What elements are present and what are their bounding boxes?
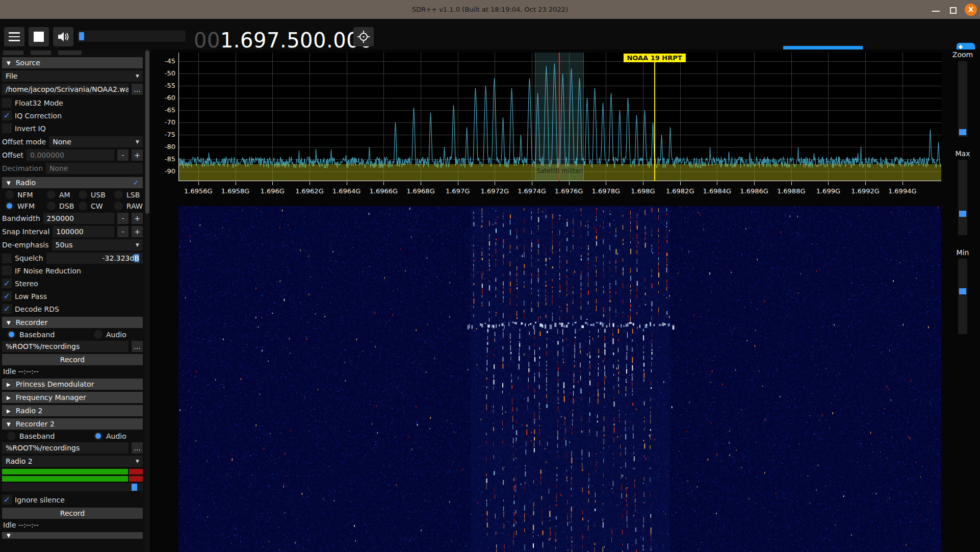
checkbox-if-noise-reduction[interactable]: ✓ IF Noise Reduction [2, 266, 143, 275]
frequency-tick-label: 1.6994G [882, 187, 923, 195]
minimize-button[interactable] [932, 11, 940, 12]
db-tick-label: -80 [153, 143, 175, 150]
slider-handle[interactable] [959, 129, 966, 135]
offset-decrement-button[interactable]: - [117, 149, 128, 161]
chevron-down-icon: ▼ [133, 139, 139, 144]
checkbox-ignore-silence[interactable]: ✓ Ignore silence [2, 495, 143, 505]
panel-header-frequency-manager[interactable]: ▶ Frequency Manager [2, 392, 143, 403]
squelch-checkbox[interactable]: ✓ [2, 254, 12, 263]
squelch-level-input[interactable]: -32.323dB [46, 253, 143, 264]
checkbox-low-pass[interactable]: ✓ Low Pass [2, 291, 143, 301]
max-slider[interactable] [958, 160, 967, 235]
frequency-tick-label: 1.6982G [660, 187, 701, 195]
panel-header-recorder-2[interactable]: ▼ Recorder 2 [2, 418, 143, 430]
frequency-tick-label: 1.697G [437, 187, 478, 195]
mute-button[interactable] [53, 27, 73, 46]
maximize-button[interactable] [950, 7, 957, 14]
menu-button[interactable] [4, 27, 24, 46]
sidebar-scrollbar[interactable] [145, 49, 150, 552]
checkbox-stereo[interactable]: ✓ Stereo [2, 279, 143, 288]
recorder-audio[interactable]: Audio [94, 330, 143, 339]
panel-header-recorder[interactable]: ▼ Recorder [2, 317, 143, 328]
sdrpp-window: SDR++ v1.1.0 (Built at 18:19:04, Oct 23 … [0, 0, 980, 552]
zoom-slider[interactable] [958, 61, 967, 137]
offset-input[interactable]: 0.000000 [27, 149, 114, 161]
close-button[interactable]: X [965, 4, 977, 16]
frequency-tick-label: 1.6984G [697, 187, 737, 195]
slider-handle[interactable] [959, 288, 966, 294]
checkbox-box[interactable]: ✓ [2, 123, 12, 133]
panel-header-princess-demodulator[interactable]: ▶ Princess Demodulator [2, 379, 143, 390]
tuned-frequency-line[interactable] [559, 53, 560, 181]
waterfall-display[interactable] [178, 206, 941, 552]
offset-increment-button[interactable]: + [132, 149, 143, 161]
checkbox-iq-correction[interactable]: ✓ IQ Correction [2, 111, 143, 120]
source-type-select[interactable]: File▼ [2, 70, 143, 82]
checkbox-invert-iq[interactable]: ✓ Invert IQ [2, 123, 143, 133]
clipped-widgets [3, 51, 142, 55]
bandwidth-input[interactable]: 250000 [43, 213, 114, 224]
recorder-browse-button[interactable]: ... [132, 341, 143, 352]
mode-lsb[interactable]: LSB [114, 190, 143, 199]
panel-header-source[interactable]: ▼ Source [2, 57, 143, 68]
mode-usb[interactable]: USB [79, 190, 114, 199]
recorder2-path-input[interactable]: %ROOT%/recordings [2, 442, 128, 454]
frequency-tick-label: 1.6962G [289, 187, 330, 195]
bandwidth-decrement-button[interactable]: - [117, 213, 128, 224]
mode-dsb[interactable]: DSB [47, 202, 79, 210]
min-slider[interactable] [958, 259, 967, 334]
panel-header-radio-2[interactable]: ▶ Radio 2 [2, 405, 143, 416]
speaker-icon [57, 31, 69, 42]
checkbox-decode-rds[interactable]: ✓ Decode RDS [2, 304, 143, 314]
volume-slider-handle[interactable] [79, 32, 84, 40]
record-button[interactable]: Record [2, 354, 143, 365]
bookmark-label[interactable]: NOAA 19 HRPT [623, 54, 685, 62]
volume-slider[interactable] [78, 31, 186, 42]
frequency-tick-label: 1.6986G [734, 187, 775, 195]
recorder2-baseband[interactable]: Baseband [7, 432, 94, 440]
checkbox-float32-mode[interactable]: ✓ Float32 Mode [2, 98, 143, 108]
module-enabled-check-icon[interactable]: ✓ [133, 178, 139, 187]
stop-button[interactable] [29, 27, 49, 46]
record2-button[interactable]: Record [2, 508, 143, 519]
bandwidth-increment-button[interactable]: + [132, 213, 143, 224]
title-bar[interactable]: SDR++ v1.1.0 (Built at 18:19:04, Oct 23 … [0, 0, 980, 19]
crosshair-icon [357, 30, 370, 43]
recorder2-stream-select[interactable]: Radio 2▼ [2, 456, 143, 467]
audio-volume-slider[interactable] [2, 483, 143, 491]
recorder-baseband[interactable]: Baseband [7, 330, 94, 339]
offset-mode-label: Offset mode [2, 138, 46, 146]
scrollbar-thumb[interactable] [145, 51, 149, 214]
mode-nfm[interactable]: NFM [5, 190, 47, 199]
snap-decrement-button[interactable]: - [117, 226, 128, 237]
mode-am[interactable]: AM [47, 190, 79, 199]
panel-title: Recorder 2 [16, 420, 55, 428]
mode-raw[interactable]: RAW [114, 202, 143, 210]
mode-cw[interactable]: CW [79, 202, 114, 210]
clipped-panel-header[interactable]: ▼ [2, 532, 143, 539]
deemphasis-select[interactable]: 50us▼ [52, 239, 143, 250]
snap-increment-button[interactable]: + [132, 226, 143, 237]
offset-mode-select[interactable]: None▼ [49, 136, 143, 147]
tuning-mode-button[interactable] [353, 27, 374, 46]
max-slider-label: Max [947, 149, 978, 158]
db-tick-label: -70 [153, 118, 175, 126]
db-tick-label: -85 [153, 155, 175, 163]
checkbox-box[interactable]: ✓ [2, 98, 12, 108]
checkbox-box[interactable]: ✓ [2, 111, 12, 120]
frequency-display[interactable]: 001.697.500.000 [194, 29, 373, 52]
bookmark-marker-line [654, 62, 655, 181]
mode-wfm[interactable]: WFM [5, 202, 47, 210]
recorder-path-input[interactable]: %ROOT%/recordings [2, 341, 128, 352]
slider-handle[interactable] [959, 211, 966, 217]
browse-file-button[interactable]: ... [132, 84, 143, 95]
panel-header-radio[interactable]: ▼ Radio ✓ [2, 177, 143, 188]
db-tick-label: -60 [153, 94, 175, 102]
snap-interval-input[interactable]: 100000 [53, 226, 114, 237]
recorder2-browse-button[interactable]: ... [132, 442, 143, 454]
toolbar: 001.697.500.000 0102030405060708090 [0, 19, 980, 49]
recorder2-audio[interactable]: Audio [94, 432, 143, 440]
file-path-input[interactable]: /home/jacopo/Scrivania/NOAA2.wav [2, 84, 128, 95]
slider-handle[interactable] [132, 484, 137, 491]
frequency-tick-label: 1.6968G [400, 187, 441, 195]
